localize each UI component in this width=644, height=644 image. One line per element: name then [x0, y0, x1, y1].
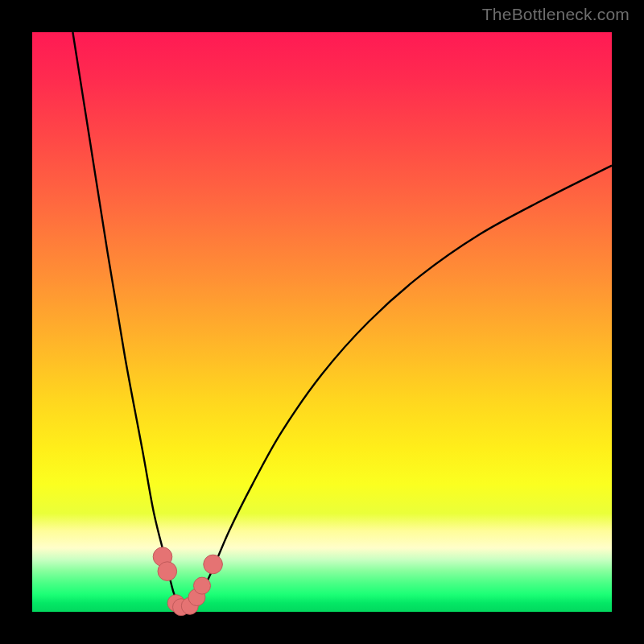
optimum-marker [204, 555, 223, 574]
attribution-text: TheBottleneck.com [482, 5, 630, 24]
optimum-marker [158, 562, 177, 581]
plot-area [32, 32, 612, 612]
chart-frame: TheBottleneck.com [0, 0, 644, 644]
bottleneck-curve [72, 32, 612, 610]
optimum-markers [153, 547, 222, 616]
chart-svg [32, 32, 612, 612]
optimum-marker [194, 577, 211, 594]
